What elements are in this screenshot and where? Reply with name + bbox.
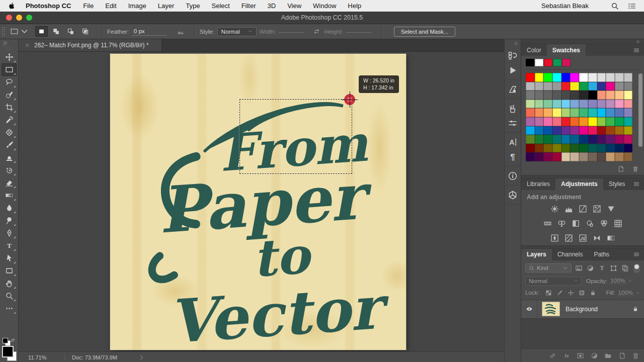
swatch[interactable] [579, 82, 588, 91]
swatch[interactable] [597, 100, 606, 109]
swatch[interactable] [535, 108, 544, 117]
swatch[interactable] [543, 90, 552, 100]
swatch[interactable] [570, 135, 579, 144]
fill-value[interactable]: 100% [617, 290, 634, 296]
swatch[interactable] [579, 135, 588, 144]
active-tool-preset[interactable] [8, 26, 31, 37]
swatch[interactable] [552, 144, 561, 153]
swatches-scrollbar[interactable] [638, 73, 642, 147]
swatch[interactable] [606, 73, 615, 82]
swatch[interactable] [624, 126, 633, 135]
foreground-color-swatch[interactable] [2, 346, 14, 357]
tool-dodge[interactable] [2, 214, 17, 227]
swatch[interactable] [615, 100, 624, 109]
menu-edit[interactable]: Edit [105, 2, 116, 10]
feather-input[interactable]: 0 px [132, 28, 167, 36]
swatch[interactable] [588, 117, 597, 126]
delete-swatch-icon[interactable] [632, 165, 639, 172]
swatch[interactable] [535, 126, 544, 135]
status-options-chevron-icon[interactable] [138, 354, 144, 360]
swatch[interactable] [570, 90, 579, 100]
menu-file[interactable]: File [83, 2, 94, 10]
swatch[interactable] [552, 135, 561, 144]
swatch[interactable] [570, 108, 579, 117]
swatch[interactable] [543, 82, 552, 91]
chevron-down-icon[interactable] [628, 279, 632, 283]
new-swatch-icon[interactable] [617, 165, 624, 172]
swatch[interactable] [543, 73, 552, 82]
tab-channels[interactable]: Channels [552, 249, 589, 260]
collapse-panels-icon[interactable] [635, 40, 640, 44]
swatch[interactable] [606, 126, 615, 135]
blend-mode-dropdown[interactable]: Normal [525, 277, 582, 286]
swatch[interactable] [615, 117, 624, 126]
swatch[interactable] [535, 135, 544, 144]
layer-group-icon[interactable] [604, 352, 612, 359]
swatch[interactable] [606, 82, 615, 91]
swatch[interactable] [543, 152, 552, 161]
expand-tools-icon[interactable] [2, 41, 8, 46]
swatch[interactable] [543, 108, 552, 117]
tab-libraries[interactable]: Libraries [521, 178, 555, 190]
swatch[interactable] [552, 152, 561, 161]
swatch[interactable] [543, 100, 552, 109]
new-layer-icon[interactable] [618, 352, 626, 359]
swatch[interactable] [615, 73, 624, 82]
swatch[interactable] [561, 126, 571, 135]
swatch[interactable] [570, 100, 579, 109]
panel-button-character[interactable]: A [508, 137, 518, 147]
panel-button-device-preview[interactable] [508, 84, 518, 95]
height-input[interactable] [346, 31, 371, 33]
add-selection-button[interactable] [50, 26, 62, 37]
shape-layer-filter-icon[interactable] [610, 264, 617, 272]
swatch[interactable] [606, 152, 615, 161]
swatch[interactable] [535, 144, 544, 153]
tab-layers[interactable]: Layers [521, 249, 552, 260]
type-layer-filter-icon[interactable]: T [598, 264, 606, 272]
zoom-level-field[interactable]: 11.71% [28, 354, 64, 360]
swatch[interactable] [561, 144, 571, 153]
layer-effects-icon[interactable]: fx [563, 352, 571, 359]
swatch[interactable] [552, 126, 561, 135]
tool-pen[interactable] [2, 227, 17, 239]
swatch[interactable] [624, 90, 633, 100]
swatch[interactable] [526, 82, 535, 91]
adjustment-color-lookup-icon[interactable] [613, 219, 623, 228]
lock-artboard-icon[interactable] [579, 290, 585, 296]
tool-rectangle-shape[interactable] [2, 264, 17, 277]
swatch[interactable] [535, 90, 544, 100]
adjustment-photo-filter-icon[interactable] [585, 219, 595, 228]
swatch[interactable] [579, 73, 588, 82]
default-colors-control[interactable] [3, 337, 16, 345]
menu-user-name[interactable]: Sebastian Bleak [541, 2, 589, 10]
panel-button-brushes[interactable] [508, 104, 518, 114]
select-and-mask-button[interactable]: Select and Mask... [394, 27, 456, 37]
swatch[interactable] [597, 152, 606, 161]
swatch[interactable] [624, 108, 633, 117]
panel-button-info[interactable] [508, 171, 518, 181]
swatch[interactable] [526, 117, 535, 126]
swatch[interactable] [606, 90, 615, 100]
tool-eyedropper[interactable] [2, 114, 17, 126]
tool-blur[interactable] [2, 202, 17, 214]
swatch[interactable] [624, 152, 633, 161]
adjustment-layer-filter-icon[interactable] [587, 264, 594, 272]
lock-transparency-icon[interactable] [545, 290, 552, 296]
adjustment-exposure-icon[interactable] [592, 205, 602, 213]
swatch[interactable] [543, 135, 552, 144]
swatch[interactable] [597, 144, 606, 153]
new-selection-button[interactable] [35, 26, 48, 37]
minimize-window-button[interactable] [16, 15, 22, 21]
swatch[interactable] [624, 135, 633, 144]
swatch[interactable] [552, 90, 561, 100]
tool-quick-selection[interactable] [2, 88, 17, 101]
swatch[interactable] [588, 126, 597, 135]
swatch[interactable] [579, 144, 588, 153]
menu-filter[interactable]: Filter [242, 2, 256, 10]
lock-position-icon[interactable] [568, 290, 574, 296]
swatch[interactable] [579, 126, 588, 135]
swatch[interactable] [535, 152, 544, 161]
swatch[interactable] [615, 135, 624, 144]
layer-mask-icon[interactable] [577, 352, 584, 359]
swatch[interactable] [543, 117, 552, 126]
